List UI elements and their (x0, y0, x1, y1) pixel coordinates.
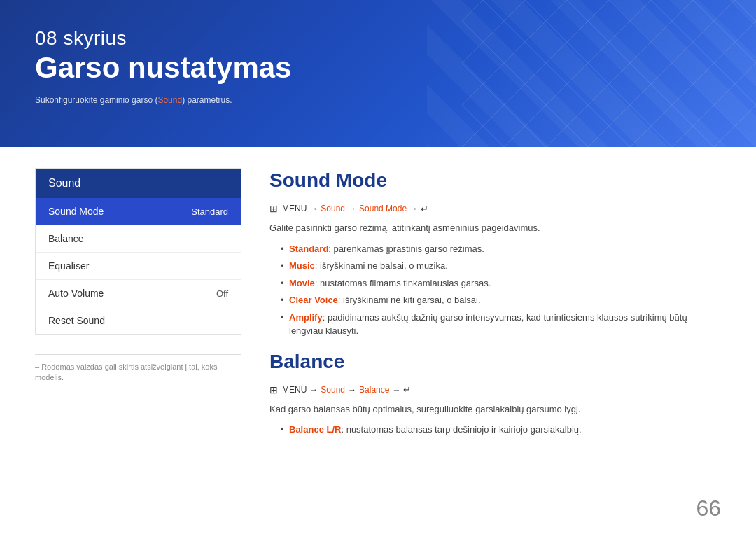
bullet-amplify: Amplify: padidinamas aukštų dažnių garso… (281, 311, 721, 338)
balance-title: Balance (270, 351, 721, 373)
menu-path-menu: MENU (282, 204, 307, 213)
bullet-balance-lr: Balance L/R: nustatomas balansas tarp de… (281, 423, 721, 437)
enter-icon-2: ↵ (403, 384, 411, 395)
bullet-music: Music: išryškinami ne balsai, o muzika. (281, 259, 721, 273)
sidebar-item-balance[interactable]: Balance (36, 225, 241, 253)
decorative-pattern (462, 0, 756, 147)
sidebar-item-value: Off (216, 288, 228, 299)
sidebar-item-label: Auto Volume (48, 288, 104, 299)
menu-icon-2: ⊞ (270, 384, 278, 395)
bullet-clear-voice: Clear Voice: išryškinami ne kiti garsai,… (281, 293, 721, 307)
content-area: Sound Sound Mode Standard Balance Equali… (0, 147, 756, 463)
sidebar: Sound Sound Mode Standard Balance Equali… (35, 168, 241, 449)
sidebar-item-reset-sound[interactable]: Reset Sound (36, 307, 241, 334)
page-number: 66 (696, 496, 721, 521)
sound-mode-desc: Galite pasirinkti garso režimą, atitinka… (270, 221, 721, 235)
sidebar-item-value: Standard (191, 206, 228, 217)
menu-path-sound-2: Sound (321, 385, 345, 395)
balance-menu-path: ⊞ MENU → Sound → Balance → ↵ (270, 384, 721, 395)
sidebar-menu: Sound Sound Mode Standard Balance Equali… (35, 168, 241, 335)
sidebar-item-equaliser[interactable]: Equaliser (36, 253, 241, 280)
sidebar-item-sound-mode[interactable]: Sound Mode Standard (36, 198, 241, 225)
bullet-movie: Movie: nustatomas filmams tinkamiausias … (281, 276, 721, 290)
sidebar-note: – Rodomas vaizdas gali skirtis atsižvelg… (35, 354, 241, 384)
subtitle-highlight: Sound (158, 95, 182, 105)
menu-path-sound: Sound (321, 204, 345, 213)
subtitle-before: Sukonfigūruokite gaminio garso ( (35, 95, 158, 105)
menu-path-menu-2: MENU (282, 385, 307, 395)
sound-mode-bullets: Standard: parenkamas įprastinis garso re… (281, 242, 721, 338)
sidebar-item-label: Sound Mode (48, 206, 104, 217)
bullet-standard: Standard: parenkamas įprastinis garso re… (281, 242, 721, 256)
sidebar-header: Sound (36, 169, 241, 198)
header-banner: 08 skyrius Garso nustatymas Sukonfigūruo… (0, 0, 756, 147)
sound-mode-title: Sound Mode (270, 169, 721, 192)
balance-section: Balance ⊞ MENU → Sound → Balance → ↵ Kad… (270, 351, 721, 437)
balance-desc: Kad garso balansas būtų optimalus, sureg… (270, 402, 721, 416)
sound-mode-section: Sound Mode ⊞ MENU → Sound → Sound Mode →… (270, 169, 721, 338)
sidebar-item-auto-volume[interactable]: Auto Volume Off (36, 280, 241, 307)
sidebar-item-label: Equaliser (48, 260, 89, 272)
svg-rect-1 (462, 0, 756, 147)
enter-icon: ↵ (421, 204, 428, 214)
balance-bullets: Balance L/R: nustatomas balansas tarp de… (281, 423, 721, 437)
sidebar-item-label: Reset Sound (48, 315, 105, 326)
menu-path-balance: Balance (359, 385, 389, 395)
sidebar-item-label: Balance (48, 233, 84, 244)
menu-path-sound-mode: Sound Mode (359, 204, 407, 213)
sound-mode-menu-path: ⊞ MENU → Sound → Sound Mode → ↵ (270, 203, 721, 214)
main-content: Sound Mode ⊞ MENU → Sound → Sound Mode →… (270, 168, 721, 449)
menu-icon: ⊞ (270, 203, 278, 214)
subtitle-after: ) parametrus. (182, 95, 232, 105)
